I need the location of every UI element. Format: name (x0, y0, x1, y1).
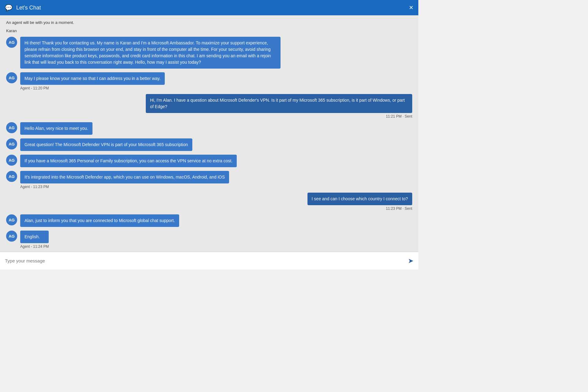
agent-name-label: Karan (6, 28, 412, 33)
agent-bubble: Hi there! Thank you for contacting us. M… (20, 37, 281, 69)
send-icon: ➤ (408, 257, 413, 265)
agent-message-row: AG It's integrated into the Microsoft De… (6, 171, 412, 189)
timestamp: Agent - 11:23 PM (20, 185, 229, 189)
agent-bubble: Great question! The Microsoft Defender V… (20, 138, 192, 151)
timestamp: Agent - 11:20 PM (20, 86, 165, 90)
user-message-row: Hi, I'm Alan. I have a question about Mi… (6, 94, 412, 119)
agent-bubble: Alan, just to inform you that you are co… (20, 214, 179, 227)
agent-bubble: English. (20, 231, 49, 243)
agent-bubble: Hello Alan, very nice to meet you. (20, 122, 92, 135)
avatar: AG (6, 231, 17, 242)
chat-area: An agent will be with you in a moment. K… (0, 15, 418, 252)
agent-message-row: AG English. Agent - 11:24 PM (6, 231, 412, 249)
close-button[interactable]: ✕ (409, 5, 413, 10)
system-message: An agent will be with you in a moment. (6, 20, 412, 25)
title-bar: 💬 Let's Chat ✕ (0, 0, 418, 15)
agent-bubble: If you have a Microsoft 365 Personal or … (20, 155, 237, 167)
message-input[interactable] (5, 258, 408, 263)
avatar: AG (6, 122, 17, 133)
avatar: AG (6, 171, 17, 182)
agent-message-row: AG May I please know your name so that I… (6, 72, 412, 90)
timestamp: Agent - 11:24 PM (20, 244, 49, 249)
agent-message-row: AG Hi there! Thank you for contacting us… (6, 37, 412, 69)
window-title: Let's Chat (16, 5, 409, 11)
user-bubble: Hi, I'm Alan. I have a question about Mi… (146, 94, 412, 113)
input-area: ➤ (0, 252, 418, 270)
agent-bubble: It's integrated into the Microsoft Defen… (20, 171, 229, 183)
chat-icon: 💬 (5, 4, 13, 11)
agent-message-row: AG If you have a Microsoft 365 Personal … (6, 155, 412, 167)
avatar: AG (6, 214, 17, 225)
avatar: AG (6, 155, 17, 166)
send-button[interactable]: ➤ (408, 257, 413, 265)
timestamp: 11:21 PM · Sent (386, 114, 412, 119)
agent-bubble: May I please know your name so that I ca… (20, 72, 165, 85)
timestamp: 11:23 PM · Sent (386, 206, 412, 211)
user-message-row: I see and can I choose which country I c… (6, 193, 412, 211)
agent-message-row: AG Alan, just to inform you that you are… (6, 214, 412, 227)
avatar: AG (6, 37, 17, 48)
avatar: AG (6, 138, 17, 149)
agent-message-row: AG Hello Alan, very nice to meet you. (6, 122, 412, 135)
user-bubble: I see and can I choose which country I c… (307, 193, 412, 205)
agent-message-row: AG Great question! The Microsoft Defende… (6, 138, 412, 151)
avatar: AG (6, 72, 17, 83)
